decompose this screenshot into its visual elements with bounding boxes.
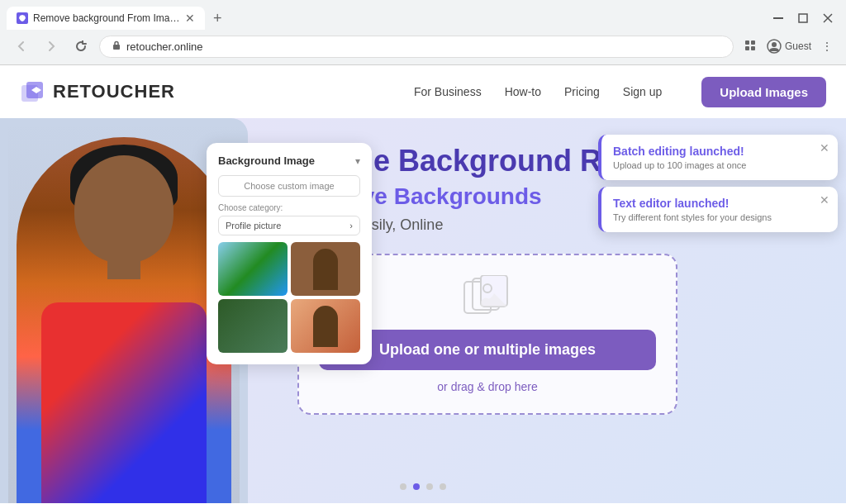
logo[interactable]: RETOUCHER [20, 78, 175, 105]
toast-container: Batch editing launched! Upload up to 100… [598, 135, 838, 232]
tab-title: Remove background From Imag... [33, 12, 180, 24]
browser-toolbar: retoucher.online Guest ⋮ [0, 30, 846, 64]
browser-action-buttons: Guest ⋮ [740, 36, 836, 58]
category-label: Choose category: [218, 203, 360, 212]
svg-rect-4 [113, 45, 120, 50]
toast-batch-body: Upload up to 100 images at once [613, 160, 826, 170]
site-header: RETOUCHER For Business How-to Pricing Si… [0, 65, 846, 118]
svg-rect-7 [745, 46, 749, 50]
upload-images-icon [463, 275, 512, 320]
forward-btn[interactable] [40, 35, 63, 58]
back-btn[interactable] [10, 35, 33, 58]
nav-sign-up[interactable]: Sign up [623, 85, 662, 98]
svg-rect-8 [751, 46, 755, 50]
nav-how-to[interactable]: How-to [505, 85, 541, 98]
restore-btn[interactable] [791, 7, 815, 30]
drag-drop-text: or drag & drop here [437, 380, 537, 393]
hero-section: Background Image ▾ Choose custom image C… [0, 118, 846, 503]
person-image [8, 118, 240, 503]
minimize-btn[interactable] [767, 7, 790, 30]
category-value: Profile picture [226, 221, 281, 231]
refresh-btn[interactable] [69, 35, 93, 58]
toast-batch-close-btn[interactable]: ✕ [820, 141, 829, 155]
bg-thumb-beach[interactable] [218, 242, 288, 296]
active-tab[interactable]: Remove background From Imag... ✕ [7, 7, 205, 30]
toast-text-editor: Text editor launched! Try different font… [598, 187, 838, 232]
header-upload-btn[interactable]: Upload Images [701, 77, 826, 107]
account-btn[interactable]: Guest [763, 36, 815, 57]
more-menu-btn[interactable]: ⋮ [818, 36, 836, 56]
tab-close-btn[interactable]: ✕ [185, 12, 195, 25]
nav-for-business[interactable]: For Business [414, 85, 482, 98]
carousel-dots [400, 483, 446, 490]
svg-rect-0 [773, 17, 783, 19]
tab-favicon [17, 12, 28, 24]
account-label: Guest [785, 40, 811, 52]
background-panel: Background Image ▾ Choose custom image C… [207, 143, 372, 364]
nav-pricing[interactable]: Pricing [564, 85, 600, 98]
toast-text-editor-close-btn[interactable]: ✕ [820, 193, 829, 207]
lock-icon [112, 40, 121, 53]
toast-text-editor-title: Text editor launched! [613, 197, 826, 210]
svg-rect-5 [745, 40, 749, 45]
category-dropdown[interactable]: Profile picture › [218, 216, 360, 235]
toast-text-editor-body: Try different font styles for your desig… [613, 212, 826, 222]
site-wrapper: RETOUCHER For Business How-to Pricing Si… [0, 65, 846, 503]
carousel-dot-1[interactable] [400, 483, 406, 490]
toast-batch: Batch editing launched! Upload up to 100… [598, 135, 838, 180]
new-tab-btn[interactable]: + [208, 8, 227, 29]
face [74, 155, 173, 263]
bg-panel-header: Background Image ▾ [218, 155, 360, 167]
svg-point-10 [772, 42, 777, 47]
logo-icon [20, 78, 46, 105]
chevron-right-icon: › [349, 221, 353, 231]
toast-batch-title: Batch editing launched! [613, 145, 826, 158]
main-nav: For Business How-to Pricing Sign up Uplo… [414, 77, 826, 107]
background-thumbnails [218, 242, 360, 353]
browser-chrome: Remove background From Imag... ✕ + [0, 0, 846, 65]
body [41, 302, 207, 503]
svg-rect-6 [751, 40, 755, 45]
extensions-btn[interactable] [740, 36, 760, 58]
choose-custom-image-btn[interactable]: Choose custom image [218, 175, 360, 197]
person-silhouette [17, 137, 231, 503]
carousel-dot-2[interactable] [413, 483, 420, 490]
neck [107, 254, 140, 279]
bg-thumb-forest[interactable] [218, 299, 288, 353]
bg-thumb-person1[interactable] [291, 242, 360, 296]
tab-bar: Remove background From Imag... ✕ + [0, 0, 846, 30]
close-btn[interactable] [816, 7, 839, 30]
bg-panel-title: Background Image [218, 155, 315, 167]
logo-text: RETOUCHER [53, 81, 175, 102]
bg-thumb-person2[interactable] [291, 299, 360, 353]
url-text: retoucher.online [126, 40, 721, 53]
address-bar[interactable]: retoucher.online [99, 36, 734, 58]
chevron-down-icon: ▾ [355, 155, 360, 167]
svg-rect-1 [799, 14, 807, 22]
carousel-dot-3[interactable] [426, 483, 433, 490]
carousel-dot-4[interactable] [440, 483, 446, 490]
